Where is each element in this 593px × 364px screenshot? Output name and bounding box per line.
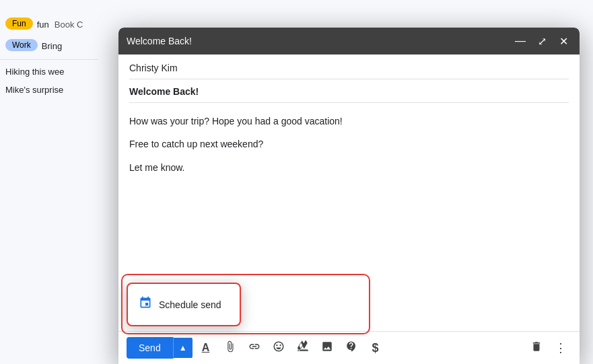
image-button[interactable] (316, 337, 338, 359)
compose-toolbar: Schedule send Send ▲ A (118, 332, 580, 364)
close-button[interactable]: ✕ (555, 33, 571, 49)
work-chip: Work (5, 39, 38, 51)
send-dropdown-button[interactable]: ▲ (174, 338, 193, 358)
attach-button[interactable] (219, 337, 241, 359)
sidebar: Fun fun Book C Work Bring Hiking this we… (0, 0, 98, 364)
delete-button[interactable] (526, 337, 547, 359)
schedule-send-popup[interactable]: Schedule send (127, 283, 241, 326)
emoji-icon (273, 340, 285, 355)
sidebar-row-fun: Fun fun Book C (0, 13, 98, 35)
signature-button[interactable]: $ (365, 337, 386, 359)
format-text-icon: A (202, 342, 210, 354)
body-line-3: Let me know. (129, 160, 569, 175)
sidebar-mike-text: Mike's surprise (5, 85, 63, 95)
format-text-button[interactable]: A (195, 337, 217, 359)
sidebar-row-work: Work Bring (0, 35, 98, 57)
sidebar-item-hiking[interactable]: Hiking this wee (0, 63, 98, 81)
drive-icon (297, 340, 309, 355)
schedule-send-item[interactable]: Schedule send (128, 289, 240, 320)
sidebar-book-text: fun (37, 20, 49, 30)
expand-button[interactable]: ⤢ (534, 33, 550, 49)
signature-icon: $ (372, 341, 379, 355)
sidebar-item-mike[interactable]: Mike's surprise (0, 81, 98, 99)
emoji-button[interactable] (268, 337, 289, 359)
sidebar-bring-label: Bring (42, 41, 62, 51)
body-line-1: How was your trip? Hope you had a good v… (129, 114, 569, 129)
compose-header-actions: — ⤢ ✕ (512, 33, 571, 49)
more-options-icon: ⋮ (555, 340, 567, 355)
compose-to: Christy Kim (129, 63, 569, 79)
body-line-2: Free to catch up next weekend? (129, 137, 569, 151)
confidential-icon (345, 340, 357, 355)
sidebar-hiking-text: Hiking this wee (5, 67, 64, 77)
image-icon (321, 340, 333, 355)
more-options-button[interactable]: ⋮ (550, 337, 571, 359)
compose-content[interactable]: How was your trip? Hope you had a good v… (129, 114, 569, 175)
compose-header: Welcome Back! — ⤢ ✕ (118, 28, 580, 54)
link-icon (248, 340, 260, 355)
schedule-icon (139, 296, 152, 313)
delete-icon (530, 340, 543, 355)
minimize-button[interactable]: — (512, 33, 528, 49)
compose-subject: Welcome Back! (129, 86, 569, 103)
confidential-button[interactable] (341, 337, 362, 359)
compose-modal: Welcome Back! — ⤢ ✕ Christy Kim Welcome … (118, 28, 580, 364)
drive-button[interactable] (292, 337, 314, 359)
link-button[interactable] (244, 337, 265, 359)
send-button[interactable]: Send (127, 337, 174, 359)
send-button-group: Send ▲ (127, 337, 193, 359)
compose-title: Welcome Back! (127, 36, 192, 46)
schedule-send-label: Schedule send (159, 299, 221, 310)
sidebar-bookc-label: Book C (55, 20, 83, 30)
attach-icon (224, 340, 236, 355)
fun-chip: Fun (5, 17, 33, 30)
